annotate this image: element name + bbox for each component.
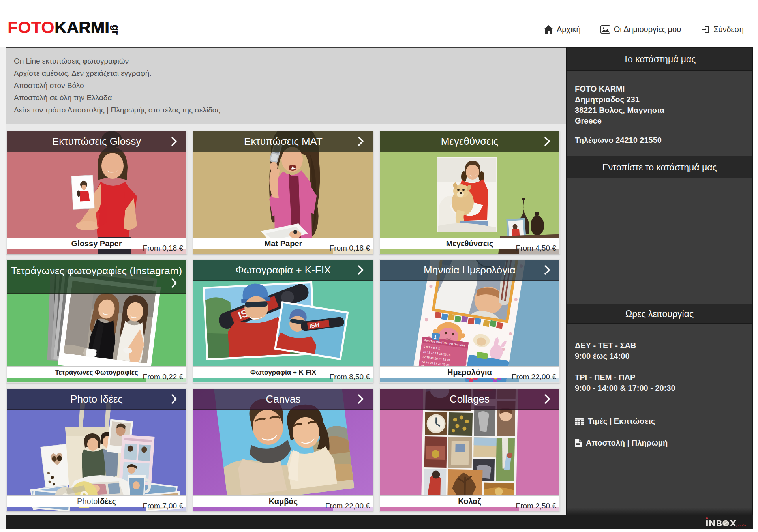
svg-text:ISH: ISH xyxy=(309,321,320,329)
svg-text:photo: photo xyxy=(736,523,746,527)
